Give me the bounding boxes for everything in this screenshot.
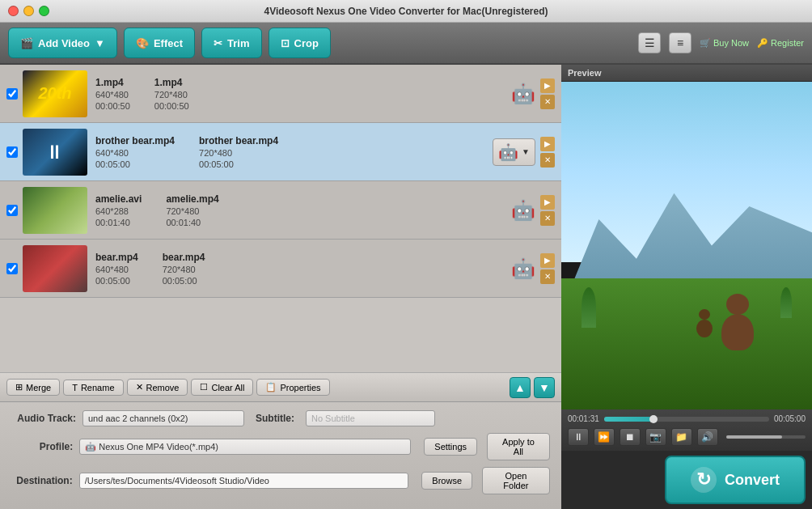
crop-icon: ⊡: [281, 37, 290, 49]
properties-label: Properties: [280, 383, 320, 392]
convert-button[interactable]: ↻ Convert: [665, 456, 806, 504]
add-video-label: Add Video: [38, 37, 90, 49]
file-checkbox-4[interactable]: [6, 263, 18, 274]
right-panel: Preview: [561, 65, 812, 509]
arrow-up-icon: ▲: [514, 381, 526, 394]
action-icon-down-4[interactable]: ✕: [540, 269, 555, 284]
window-controls[interactable]: [8, 6, 49, 16]
save-frame-button[interactable]: 📁: [671, 428, 692, 446]
merge-button[interactable]: ⊞ Merge: [6, 379, 60, 396]
register-icon: 🔑: [757, 38, 768, 49]
minimize-button[interactable]: [23, 6, 34, 16]
detail-view-button[interactable]: ≡: [669, 32, 691, 53]
source-filename-3: amelie.avi: [95, 193, 142, 205]
android-icon-1: 🤖: [511, 83, 535, 105]
buy-now-icon: 🛒: [700, 38, 711, 49]
file-source-meta-1: 1.mp4 640*480 00:00:50: [95, 77, 130, 111]
progress-track[interactable]: [604, 417, 769, 422]
remove-label: Remove: [146, 383, 180, 392]
file-actions-4: ▶ ✕: [540, 253, 555, 284]
source-resolution-3: 640*288: [95, 206, 142, 216]
table-row[interactable]: ⏸ brother bear.mp4 640*480 00:05:00 brot…: [0, 123, 561, 181]
table-row[interactable]: bear.mp4 640*480 00:05:00 bear.mp4 720*4…: [0, 240, 561, 298]
table-row[interactable]: amelie.avi 640*288 00:01:40 amelie.mp4 7…: [0, 181, 561, 240]
pause-icon: ⏸: [573, 431, 583, 443]
rename-icon: T: [72, 383, 78, 392]
output-filename-4: bear.mp4: [163, 252, 205, 263]
file-thumbnail-3: [23, 187, 87, 234]
android-icon-3: 🤖: [511, 199, 535, 222]
volume-icon: 🔊: [701, 431, 713, 443]
maximize-button[interactable]: [39, 6, 49, 16]
profile-select[interactable]: 🤖 Nexus One MP4 Video(*.mp4): [79, 439, 411, 455]
pause-button[interactable]: ⏸: [568, 428, 589, 446]
ground: [561, 278, 812, 409]
action-icon-down-2[interactable]: ✕: [540, 153, 555, 168]
action-icon-down-1[interactable]: ✕: [540, 95, 555, 109]
action-icon-up-3[interactable]: ▶: [540, 195, 555, 210]
trim-icon: ✂: [214, 37, 222, 49]
clear-all-label: Clear All: [211, 383, 244, 392]
refresh-icon: ↻: [691, 467, 717, 493]
browse-button[interactable]: Browse: [421, 472, 472, 490]
file-checkbox-1[interactable]: [6, 88, 18, 100]
action-icon-down-3[interactable]: ✕: [540, 211, 555, 226]
progress-handle[interactable]: [649, 415, 658, 423]
buy-now-button[interactable]: 🛒 Buy Now: [700, 38, 749, 49]
volume-fill: [726, 435, 782, 439]
table-row[interactable]: 20th 1.mp4 640*480 00:00:50 1.mp4 720*48…: [0, 65, 561, 123]
move-down-button[interactable]: ▼: [534, 377, 555, 398]
action-icon-up-4[interactable]: ▶: [540, 253, 555, 268]
volume-button[interactable]: 🔊: [697, 428, 718, 446]
step-forward-button[interactable]: ⏩: [594, 428, 615, 446]
subtitle-select[interactable]: No Subtitle: [306, 410, 435, 426]
destination-input[interactable]: [79, 473, 409, 489]
file-info-3: amelie.avi 640*288 00:01:40 amelie.mp4 7…: [95, 193, 511, 227]
camera-icon: 📷: [649, 431, 662, 443]
apply-to-all-button[interactable]: Apply to All: [487, 433, 550, 460]
output-resolution-1: 720*480: [154, 90, 189, 100]
action-icon-up-1[interactable]: ▶: [540, 78, 555, 93]
add-video-button[interactable]: 🎬 Add Video ▼: [8, 28, 117, 58]
remove-button[interactable]: ✕ Remove: [127, 379, 188, 396]
trim-button[interactable]: ✂ Trim: [201, 28, 261, 58]
list-view-button[interactable]: ☰: [638, 32, 661, 53]
move-up-button[interactable]: ▲: [510, 377, 531, 398]
clear-all-button[interactable]: ☐ Clear All: [191, 379, 253, 396]
small-bear-shape: [692, 309, 717, 337]
action-icon-up-2[interactable]: ▶: [540, 137, 555, 151]
trim-label: Trim: [227, 37, 249, 49]
audio-subtitle-row: Audio Track: und aac 2 channels (0x2) Su…: [11, 410, 550, 426]
effect-button[interactable]: 🎨 Effect: [124, 28, 195, 58]
device-dropdown-arrow-2[interactable]: ▼: [522, 147, 530, 156]
add-video-icon: 🎬: [20, 37, 33, 49]
tree-left: [582, 287, 596, 328]
crop-button[interactable]: ⊡ Crop: [269, 28, 331, 58]
file-info-4: bear.mp4 640*480 00:05:00 bear.mp4 720*4…: [95, 252, 511, 286]
file-checkbox-3[interactable]: [6, 205, 18, 216]
source-filename-4: bear.mp4: [95, 252, 138, 263]
merge-icon: ⊞: [15, 382, 23, 392]
file-bottom-toolbar: ⊞ Merge T Rename ✕ Remove ☐ Clear All 📋 …: [0, 372, 561, 401]
file-output-icon-4: 🤖: [511, 257, 535, 280]
close-button[interactable]: [8, 6, 19, 16]
output-resolution-2: 720*480: [199, 148, 278, 158]
file-info-1: 1.mp4 640*480 00:00:50 1.mp4 720*480 00:…: [95, 77, 511, 111]
register-button[interactable]: 🔑 Register: [757, 38, 804, 49]
volume-track[interactable]: [726, 435, 806, 439]
subtitle-label: Subtitle:: [256, 413, 294, 424]
file-list: 20th 1.mp4 640*480 00:00:50 1.mp4 720*48…: [0, 65, 561, 372]
register-label: Register: [771, 38, 804, 48]
settings-button[interactable]: Settings: [424, 438, 477, 456]
screenshot-button[interactable]: 📷: [645, 428, 666, 446]
add-video-dropdown-icon: ▼: [95, 37, 105, 49]
open-folder-button[interactable]: Open Folder: [482, 467, 550, 494]
rename-label: Rename: [81, 383, 115, 392]
properties-button[interactable]: 📋 Properties: [256, 379, 329, 396]
audio-track-select[interactable]: und aac 2 channels (0x2): [82, 410, 244, 426]
file-checkbox-2[interactable]: [6, 146, 18, 158]
source-filename-2: brother bear.mp4: [95, 135, 175, 146]
output-filename-2: brother bear.mp4: [199, 135, 278, 146]
stop-button[interactable]: ⏹: [620, 428, 641, 446]
rename-button[interactable]: T Rename: [63, 380, 123, 396]
